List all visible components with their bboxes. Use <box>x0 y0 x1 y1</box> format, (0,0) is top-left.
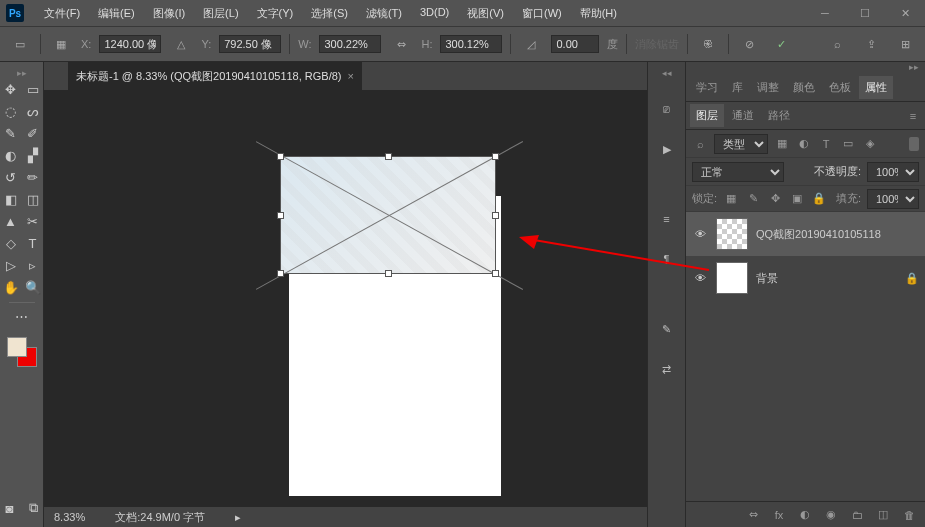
tab-swatches[interactable]: 色板 <box>823 76 857 99</box>
pencil-tool[interactable]: ✏ <box>24 168 42 186</box>
eyedropper-tool[interactable]: ✐ <box>24 124 42 142</box>
adjustments-panel-icon[interactable]: ⇄ <box>656 358 678 380</box>
paragraph-panel-icon[interactable]: ≡ <box>656 208 678 230</box>
panel-menu-icon[interactable]: ≡ <box>905 108 921 124</box>
shape-tool[interactable]: ◇ <box>2 234 20 252</box>
tab-learn[interactable]: 学习 <box>690 76 724 99</box>
adjustment-layer-icon[interactable]: ◉ <box>823 507 839 523</box>
move-tool[interactable]: ✥ <box>2 80 20 98</box>
menu-window[interactable]: 窗口(W) <box>514 3 570 24</box>
type-tool[interactable]: T <box>24 234 42 252</box>
tab-properties[interactable]: 属性 <box>859 76 893 99</box>
lock-artboard-icon[interactable]: ▣ <box>789 191 805 207</box>
filter-toggle[interactable] <box>909 137 919 151</box>
lock-all-icon[interactable]: 🔒 <box>811 191 827 207</box>
history-brush-tool[interactable]: ↺ <box>2 168 20 186</box>
document-tab[interactable]: 未标题-1 @ 8.33% (QQ截图20190410105118, RGB/8… <box>68 62 362 90</box>
tab-libraries[interactable]: 库 <box>726 76 749 99</box>
lock-transparency-icon[interactable]: ▦ <box>723 191 739 207</box>
actions-panel-icon[interactable]: ▶ <box>656 138 678 160</box>
handle-n[interactable] <box>385 153 392 160</box>
filter-smart-icon[interactable]: ◈ <box>862 136 878 152</box>
visibility-toggle[interactable]: 👁 <box>692 272 708 284</box>
layer-row-2[interactable]: 👁 背景 🔒 <box>686 256 925 300</box>
marquee-tool[interactable]: ◌ <box>2 102 20 120</box>
collapse-toolbox-icon[interactable]: ▸▸ <box>17 68 27 76</box>
tab-channels[interactable]: 通道 <box>726 104 760 127</box>
menu-file[interactable]: 文件(F) <box>36 3 88 24</box>
handle-w[interactable] <box>277 212 284 219</box>
tab-layers[interactable]: 图层 <box>690 104 724 127</box>
hand-tool[interactable]: ✋ <box>2 278 20 296</box>
expand-dock-icon[interactable]: ◂◂ <box>662 68 672 76</box>
handle-e[interactable] <box>492 212 499 219</box>
opacity-input[interactable]: 100% <box>867 162 919 182</box>
healing-tool[interactable]: ◐ <box>2 146 20 164</box>
layer-thumbnail[interactable] <box>716 262 748 294</box>
filter-shape-icon[interactable]: ▭ <box>840 136 856 152</box>
menu-filter[interactable]: 滤镜(T) <box>358 3 410 24</box>
menu-3d[interactable]: 3D(D) <box>412 3 457 24</box>
layer-thumbnail[interactable] <box>716 218 748 250</box>
warp-icon[interactable]: ֎ <box>696 32 720 56</box>
collapse-panels-icon[interactable]: ▸▸ <box>686 62 925 70</box>
tab-color[interactable]: 颜色 <box>787 76 821 99</box>
blend-mode-select[interactable]: 正常 <box>692 162 784 182</box>
handle-sw[interactable] <box>277 270 284 277</box>
w-input[interactable] <box>319 35 381 53</box>
lock-position-icon[interactable]: ✥ <box>767 191 783 207</box>
brush-tool[interactable]: ✎ <box>2 124 20 142</box>
close-tab-icon[interactable]: × <box>348 70 354 82</box>
menu-edit[interactable]: 编辑(E) <box>90 3 143 24</box>
reference-point-icon[interactable]: ▦ <box>49 32 73 56</box>
share-icon[interactable]: ⇪ <box>859 32 883 56</box>
quickmask-icon[interactable]: ◙ <box>1 499 19 517</box>
eraser-tool[interactable]: ◧ <box>2 190 20 208</box>
workspace-icon[interactable]: ⊞ <box>893 32 917 56</box>
character-panel-icon[interactable]: ¶ <box>656 248 678 270</box>
layer-row-1[interactable]: 👁 QQ截图20190410105118 <box>686 212 925 256</box>
layer-name[interactable]: QQ截图20190410105118 <box>756 227 881 242</box>
transform-bounding-box[interactable] <box>274 150 502 280</box>
brushes-panel-icon[interactable]: ✎ <box>656 318 678 340</box>
status-caret-icon[interactable]: ▸ <box>235 511 241 524</box>
triangle-icon[interactable]: △ <box>169 32 193 56</box>
fill-input[interactable]: 100% <box>867 189 919 209</box>
layer-mask-icon[interactable]: ◐ <box>797 507 813 523</box>
new-layer-icon[interactable]: ◫ <box>875 507 891 523</box>
link-layers-icon[interactable]: ⇔ <box>745 507 761 523</box>
layer-fx-icon[interactable]: fx <box>771 507 787 523</box>
doc-info[interactable]: 文档:24.9M/0 字节 <box>115 510 205 525</box>
x-input[interactable] <box>99 35 161 53</box>
filter-kind-select[interactable]: 类型 <box>714 134 768 154</box>
h-input[interactable] <box>440 35 502 53</box>
link-wh-icon[interactable]: ⇔ <box>389 32 413 56</box>
canvas[interactable] <box>44 90 647 507</box>
filter-search-icon[interactable]: ⌕ <box>692 136 708 152</box>
cancel-transform-icon[interactable]: ⊘ <box>737 32 761 56</box>
minimize-button[interactable]: ─ <box>805 0 845 26</box>
menu-layer[interactable]: 图层(L) <box>195 3 246 24</box>
path-select-tool[interactable]: ▷ <box>2 256 20 274</box>
menu-image[interactable]: 图像(I) <box>145 3 193 24</box>
y-input[interactable] <box>219 35 281 53</box>
delete-layer-icon[interactable]: 🗑 <box>901 507 917 523</box>
layer-name[interactable]: 背景 <box>756 271 778 286</box>
menu-select[interactable]: 选择(S) <box>303 3 356 24</box>
history-panel-icon[interactable]: ⎚ <box>656 98 678 120</box>
filter-pixel-icon[interactable]: ▦ <box>774 136 790 152</box>
menu-type[interactable]: 文字(Y) <box>249 3 302 24</box>
transform-tool-icon[interactable]: ▭ <box>8 32 32 56</box>
close-button[interactable]: ✕ <box>885 0 925 26</box>
lasso-tool[interactable]: ᔕ <box>24 102 42 120</box>
filter-type-icon[interactable]: T <box>818 136 834 152</box>
clone-tool[interactable]: ▞ <box>24 146 42 164</box>
maximize-button[interactable]: ☐ <box>845 0 885 26</box>
edit-toolbar-icon[interactable]: ⋯ <box>13 307 31 325</box>
commit-transform-icon[interactable]: ✓ <box>769 32 793 56</box>
crop-tool[interactable]: ✂ <box>24 212 42 230</box>
direct-select-tool[interactable]: ▹ <box>24 256 42 274</box>
tab-paths[interactable]: 路径 <box>762 104 796 127</box>
zoom-tool[interactable]: 🔍 <box>24 278 42 296</box>
filter-adjust-icon[interactable]: ◐ <box>796 136 812 152</box>
